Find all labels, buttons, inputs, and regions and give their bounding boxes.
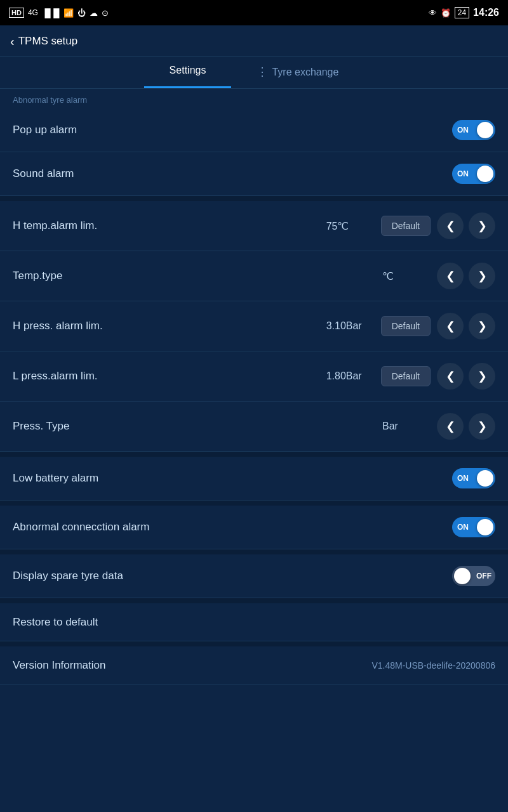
display-spare-tyre-toggle[interactable]: OFF (452, 566, 495, 586)
tab-settings[interactable]: Settings (144, 57, 232, 88)
l-press-decrement-button[interactable]: ❮ (437, 363, 464, 390)
press-type-row: Press. Type Bar ❮ ❯ (0, 402, 508, 452)
pop-up-alarm-track[interactable]: ON (452, 120, 495, 140)
tabs-bar: Settings ⋮Tyre exchange (0, 57, 508, 89)
page-title: TPMS setup (18, 35, 78, 48)
l-press-alarm-row: L press.alarm lim. 1.80Bar Default ❮ ❯ (0, 351, 508, 402)
version-info-label: Version Information (13, 659, 371, 672)
press-type-label: Press. Type (13, 420, 382, 433)
divider-3 (0, 501, 508, 506)
abnormal-connection-alarm-label: Abnormal connecction alarm (13, 521, 452, 534)
temp-type-increment-button[interactable]: ❯ (469, 263, 495, 289)
temp-type-row: Temp.type ℃ ❮ ❯ (0, 251, 508, 301)
sound-alarm-label: Sound alarm (13, 167, 452, 180)
version-info-row: Version Information V1.48M-USB-deelife-2… (0, 646, 508, 684)
h-temp-decrement-button[interactable]: ❮ (437, 213, 464, 239)
top-bar: ‹ TPMS setup (0, 25, 508, 57)
tab-dots-icon: ⋮ (257, 65, 268, 78)
h-temp-alarm-value: 75℃ (326, 220, 371, 232)
h-temp-increment-button[interactable]: ❯ (469, 213, 495, 239)
h-press-increment-button[interactable]: ❯ (469, 313, 495, 339)
sound-alarm-toggle[interactable]: ON (452, 164, 495, 184)
display-spare-tyre-off-label: OFF (476, 572, 491, 580)
status-left-icons: HD 4G ▐▌█ 📶 ⏻ ☁ ⊙ (9, 8, 109, 18)
status-right-icons: 👁 ⏰ 24 14:26 (429, 7, 499, 18)
4g-icon: 4G (28, 8, 38, 17)
temp-type-value: ℃ (382, 270, 427, 282)
battery-level: 24 (455, 7, 469, 18)
back-arrow-icon: ‹ (10, 35, 15, 48)
divider-1 (0, 196, 508, 201)
press-type-arrow-buttons: ❮ ❯ (437, 413, 495, 440)
version-info-value: V1.48M-USB-deelife-20200806 (371, 660, 495, 671)
divider-4 (0, 549, 508, 554)
abnormal-connection-alarm-thumb (477, 519, 493, 535)
low-battery-alarm-row: Low battery alarm ON (0, 457, 508, 501)
tab-tyre-exchange-label: Tyre exchange (272, 67, 338, 77)
hd-icon: HD (9, 8, 24, 18)
display-spare-tyre-row: Display spare tyre data OFF (0, 554, 508, 598)
divider-2 (0, 452, 508, 457)
abnormal-connection-alarm-track[interactable]: ON (452, 517, 495, 537)
sound-alarm-track[interactable]: ON (452, 164, 495, 184)
settings-content: Abnormal tyre alarm Pop up alarm ON Soun… (0, 89, 508, 684)
wifi-icon: 📶 (64, 8, 74, 18)
cloud-icon: ☁ (90, 8, 98, 18)
tab-settings-label: Settings (170, 65, 206, 75)
low-battery-alarm-track[interactable]: ON (452, 468, 495, 488)
press-type-value: Bar (382, 421, 427, 432)
h-temp-arrow-buttons: ❮ ❯ (437, 213, 495, 239)
h-press-arrow-buttons: ❮ ❯ (437, 313, 495, 339)
sound-alarm-thumb (477, 166, 493, 182)
status-time: 14:26 (473, 7, 499, 18)
temp-type-label: Temp.type (13, 270, 382, 282)
pop-up-alarm-label: Pop up alarm (13, 124, 452, 136)
low-battery-alarm-toggle[interactable]: ON (452, 468, 495, 488)
press-type-decrement-button[interactable]: ❮ (437, 413, 464, 440)
back-button[interactable]: ‹ TPMS setup (10, 35, 77, 48)
section-label: Abnormal tyre alarm (0, 89, 508, 108)
pop-up-alarm-on-label: ON (457, 126, 469, 134)
alarm-icon: ⏰ (441, 8, 451, 18)
sound-alarm-on-label: ON (457, 169, 469, 178)
display-spare-tyre-track[interactable]: OFF (452, 566, 495, 586)
display-spare-tyre-label: Display spare tyre data (13, 570, 452, 582)
abnormal-connection-alarm-toggle[interactable]: ON (452, 517, 495, 537)
pop-up-alarm-thumb (477, 122, 493, 138)
l-press-alarm-label: L press.alarm lim. (13, 370, 326, 383)
restore-default-label: Restore to default (13, 616, 98, 629)
divider-6 (0, 641, 508, 646)
h-press-alarm-value: 3.10Bar (326, 320, 371, 332)
tab-tyre-exchange[interactable]: ⋮Tyre exchange (231, 57, 364, 88)
pop-up-alarm-toggle[interactable]: ON (452, 120, 495, 140)
divider-5 (0, 598, 508, 603)
display-spare-tyre-thumb (454, 568, 471, 584)
temp-type-arrow-buttons: ❮ ❯ (437, 263, 495, 289)
l-press-arrow-buttons: ❮ ❯ (437, 363, 495, 390)
h-temp-alarm-label: H temp.alarm lim. (13, 219, 326, 232)
power-icon: ⏻ (77, 8, 86, 18)
press-type-increment-button[interactable]: ❯ (469, 413, 495, 440)
pop-up-alarm-row: Pop up alarm ON (0, 108, 508, 152)
low-battery-alarm-label: Low battery alarm (13, 472, 452, 485)
low-battery-alarm-thumb (477, 470, 493, 487)
h-press-default-button[interactable]: Default (381, 316, 431, 336)
signal-icon: ▐▌█ (42, 8, 60, 18)
l-press-increment-button[interactable]: ❯ (469, 363, 495, 390)
status-bar: HD 4G ▐▌█ 📶 ⏻ ☁ ⊙ 👁 ⏰ 24 14:26 (0, 0, 508, 25)
abnormal-connection-alarm-on-label: ON (457, 523, 469, 532)
l-press-default-button[interactable]: Default (381, 366, 431, 386)
temp-type-decrement-button[interactable]: ❮ (437, 263, 464, 289)
h-press-alarm-row: H press. alarm lim. 3.10Bar Default ❮ ❯ (0, 301, 508, 351)
h-temp-alarm-row: H temp.alarm lim. 75℃ Default ❮ ❯ (0, 201, 508, 251)
restore-default-row[interactable]: Restore to default (0, 603, 508, 641)
eye-icon: 👁 (429, 8, 437, 18)
abnormal-connection-alarm-row: Abnormal connecction alarm ON (0, 506, 508, 549)
sound-alarm-row: Sound alarm ON (0, 152, 508, 196)
shield-icon: ⊙ (102, 8, 109, 18)
h-temp-default-button[interactable]: Default (381, 216, 431, 236)
low-battery-alarm-on-label: ON (457, 474, 469, 483)
h-press-alarm-label: H press. alarm lim. (13, 320, 326, 332)
l-press-alarm-value: 1.80Bar (326, 370, 371, 382)
h-press-decrement-button[interactable]: ❮ (437, 313, 464, 339)
